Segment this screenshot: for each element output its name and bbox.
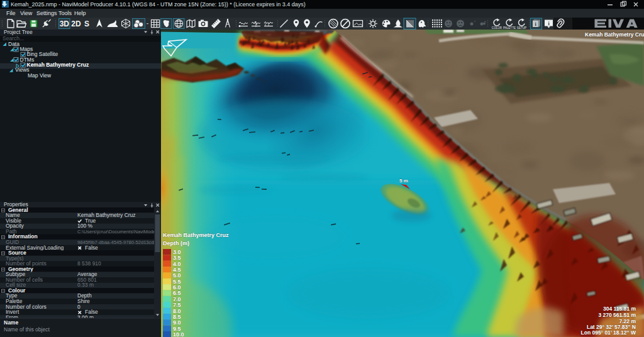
svg-text:3D: 3D: [60, 19, 70, 28]
svg-text:S: S: [84, 19, 89, 28]
svg-text:PALETTE: PALETTE: [503, 26, 516, 30]
svg-text:3 270 561.51 m: 3 270 561.51 m: [598, 312, 636, 318]
svg-text:Project Tree: Project Tree: [4, 30, 33, 35]
svg-text:10.0: 10.0: [173, 331, 184, 337]
svg-text:Name: Name: [4, 319, 18, 326]
svg-text:SETUP: SETUP: [517, 26, 526, 30]
svg-text:0: 0: [77, 304, 80, 310]
svg-text:C:\Users\jcruz\Documents\NaviM: C:\Users\jcruz\Documents\NaviModel Produ…: [77, 229, 161, 235]
svg-text:Kemah Bathymetry Cruz: Kemah Bathymetry Cruz: [27, 62, 89, 68]
svg-text:Lon 095° 01’ 18.12” W: Lon 095° 01’ 18.12” W: [581, 329, 636, 336]
svg-text:Depth (m): Depth (m): [163, 240, 189, 246]
svg-text:5 m: 5 m: [399, 178, 408, 184]
svg-text:Map View: Map View: [28, 72, 52, 79]
svg-text:Name of this object: Name of this object: [4, 326, 50, 333]
svg-text:2D: 2D: [71, 19, 81, 28]
svg-text:100 %: 100 %: [77, 223, 93, 229]
svg-text:Kemah Bathymetry Cruz: Kemah Bathymetry Cruz: [585, 31, 644, 38]
svg-text:COLOR: COLOR: [492, 26, 502, 30]
svg-text:8 538 910: 8 538 910: [77, 260, 101, 267]
svg-text:304 115.81 m: 304 115.81 m: [603, 306, 636, 312]
svg-text:False: False: [85, 245, 98, 251]
svg-text:Data: Data: [8, 41, 19, 47]
svg-text:0.33 m: 0.33 m: [77, 282, 94, 288]
svg-text:Kemah Bathymetry Cruz: Kemah Bathymetry Cruz: [163, 232, 229, 238]
